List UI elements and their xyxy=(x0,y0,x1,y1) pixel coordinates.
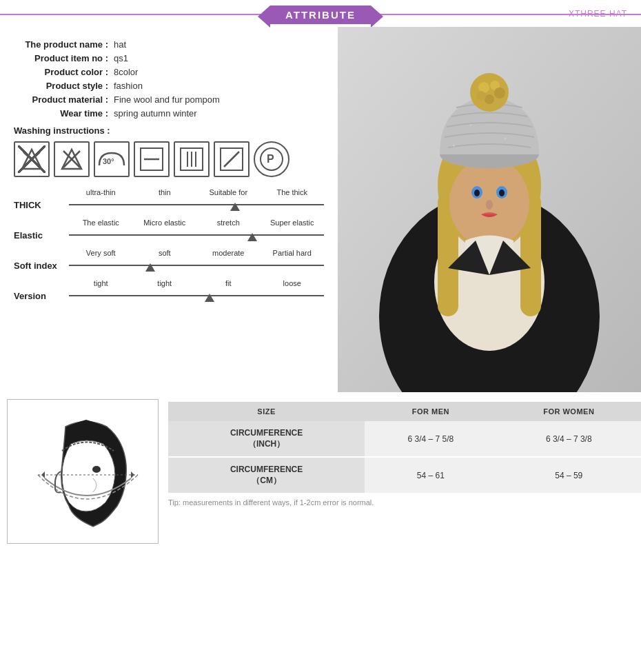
size-table-row: CIRCUMFERENCE（INCH） 6 3/4 – 7 5/8 6 3/4 … xyxy=(168,421,641,457)
info-value: spring autumn winter xyxy=(114,108,197,119)
scale-section: Very softsoftmoderatePartial hardSoft in… xyxy=(14,249,324,272)
no-wash-icon xyxy=(14,141,50,177)
scale-tick-label: soft xyxy=(133,249,197,257)
svg-text:P: P xyxy=(267,153,274,165)
svg-text:30°: 30° xyxy=(103,157,114,165)
svg-marker-40 xyxy=(41,471,45,478)
scale-tick-label: Micro elastic xyxy=(133,218,197,227)
info-value: 8color xyxy=(114,67,138,77)
hat-measurement-svg xyxy=(17,406,148,537)
info-label: Product color : xyxy=(14,67,114,77)
scale-tick-label: The thick xyxy=(261,188,325,196)
scale-section-label: Version xyxy=(14,291,69,301)
scale-tick-label: Super elastic xyxy=(261,218,325,227)
tip-text: Tip: measurements in different ways, if … xyxy=(168,498,641,507)
size-women-cell: 6 3/4 – 7 3/8 xyxy=(497,421,641,457)
scale-marker xyxy=(145,263,155,272)
product-info-row: Product color :8color xyxy=(14,67,324,77)
info-value: Fine wool and fur pompom xyxy=(114,94,220,105)
scale-tick-label: thin xyxy=(133,188,197,196)
wash-30-icon: 30° xyxy=(94,141,130,177)
scale-tick-label: Very soft xyxy=(69,249,133,257)
product-info-row: Product material :Fine wool and fur pomp… xyxy=(14,94,324,105)
product-info-row: Wear time :spring autumn winter xyxy=(14,108,324,119)
col-men: FOR MEN xyxy=(365,402,496,421)
svg-line-1 xyxy=(23,152,40,167)
scale-tick-label: stretch xyxy=(196,218,261,227)
size-women-cell: 54 – 59 xyxy=(497,457,641,493)
scale-section-label: THICK xyxy=(14,200,69,210)
scale-section: ultra-thinthinSuitable forThe thickTHICK xyxy=(14,188,324,212)
info-value: fashion xyxy=(114,81,143,91)
no-bleach-icon xyxy=(54,141,90,177)
product-info-row: Product style :fashion xyxy=(14,81,324,91)
scale-section-label: Soft index xyxy=(14,261,69,271)
scale-marker xyxy=(230,203,240,211)
info-value: hat xyxy=(114,39,126,50)
drip-dry-icon xyxy=(174,141,210,177)
scale-marker xyxy=(205,294,214,302)
main-layout: The product name :hatProduct item no :qs… xyxy=(0,27,641,392)
info-label: Product material : xyxy=(14,94,114,105)
wash-title: Washing instructions : xyxy=(14,125,324,136)
svg-point-27 xyxy=(499,190,505,196)
brand-name: XTHREE HAT xyxy=(569,9,627,19)
svg-point-34 xyxy=(485,94,494,104)
size-label-cell: CIRCUMFERENCE（CM） xyxy=(168,457,365,493)
washing-instructions: Washing instructions : xyxy=(14,125,324,177)
scale-tick-label: loose xyxy=(261,279,325,287)
svg-text:✦: ✦ xyxy=(503,136,508,142)
product-image-svg: ✦ ✦ ✦ xyxy=(338,27,641,392)
scale-tick-label: Partial hard xyxy=(261,249,325,257)
scale-attributes: ultra-thinthinSuitable forThe thickTHICK… xyxy=(14,188,324,303)
svg-point-35 xyxy=(476,91,486,101)
scale-tick-label: moderate xyxy=(196,249,261,257)
size-men-cell: 6 3/4 – 7 5/8 xyxy=(365,421,496,457)
size-men-cell: 54 – 61 xyxy=(365,457,496,493)
product-info-row: Product item no :qs1 xyxy=(14,53,324,63)
left-panel: The product name :hatProduct item no :qs… xyxy=(0,27,338,392)
attribute-badge: ATTRIBUTE xyxy=(270,6,371,24)
product-info-table: The product name :hatProduct item no :qs… xyxy=(14,39,324,119)
info-label: Product style : xyxy=(14,81,114,91)
svg-point-26 xyxy=(474,190,480,196)
svg-text:✦: ✦ xyxy=(469,123,473,128)
scale-tick-label: ultra-thin xyxy=(69,188,133,196)
scale-marker xyxy=(247,233,257,241)
attribute-label: ATTRIBUTE xyxy=(285,9,356,21)
professional-clean-icon: P xyxy=(254,141,289,177)
scale-tick-label: tight xyxy=(69,279,133,287)
bottom-section: SIZE FOR MEN FOR WOMEN CIRCUMFERENCE（INC… xyxy=(0,392,641,551)
svg-line-12 xyxy=(224,152,239,167)
scale-tick-label: tight xyxy=(133,279,197,287)
product-info-row: The product name :hat xyxy=(14,39,324,50)
info-value: qs1 xyxy=(114,53,128,63)
page-header: ATTRIBUTE XTHREE HAT xyxy=(0,0,641,27)
scale-section: tighttightfitlooseVersion xyxy=(14,279,324,303)
svg-marker-41 xyxy=(131,471,134,478)
product-photo: ✦ ✦ ✦ xyxy=(338,27,641,392)
size-table: SIZE FOR MEN FOR WOMEN CIRCUMFERENCE（INC… xyxy=(168,402,641,493)
svg-point-42 xyxy=(92,466,101,473)
scale-tick-label: Suitable for xyxy=(196,188,261,196)
svg-point-33 xyxy=(494,88,505,99)
flat-dry-icon xyxy=(134,141,170,177)
svg-line-0 xyxy=(23,152,40,167)
info-label: Product item no : xyxy=(14,53,114,63)
no-tumble-icon xyxy=(214,141,250,177)
wash-icons: 30° xyxy=(14,141,324,177)
info-label: The product name : xyxy=(14,39,114,50)
scale-tick-label: fit xyxy=(196,279,261,287)
size-table-row: CIRCUMFERENCE（CM） 54 – 61 54 – 59 xyxy=(168,457,641,493)
svg-point-28 xyxy=(486,200,493,210)
scale-section-label: Elastic xyxy=(14,230,69,241)
svg-text:✦: ✦ xyxy=(451,143,456,149)
col-size: SIZE xyxy=(168,402,365,421)
scale-tick-label: The elastic xyxy=(69,218,133,227)
info-label: Wear time : xyxy=(14,108,114,119)
size-table-section: SIZE FOR MEN FOR WOMEN CIRCUMFERENCE（INC… xyxy=(168,399,641,544)
size-label-cell: CIRCUMFERENCE（INCH） xyxy=(168,421,365,457)
hat-diagram xyxy=(7,399,159,544)
col-women: FOR WOMEN xyxy=(497,402,641,421)
scale-section: The elasticMicro elasticstretchSuper ela… xyxy=(14,218,324,242)
